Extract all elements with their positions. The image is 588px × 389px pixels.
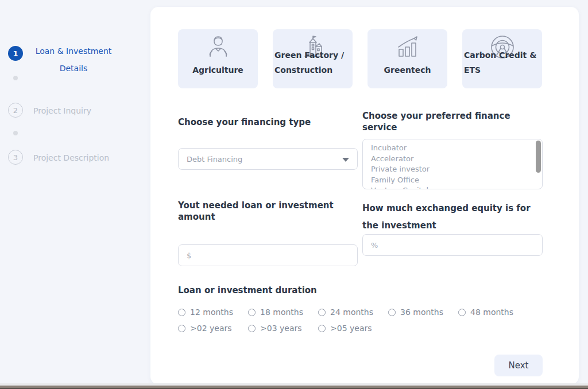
radio-circle-icon [388,309,396,316]
next-button[interactable]: Next [494,355,543,376]
step-number-badge: 3 [8,150,23,165]
financing-type-select[interactable]: Debt Financing [178,148,358,170]
radio-24-months[interactable]: 24 months [318,307,388,317]
finance-service-label: Choose your preferred finance service [362,110,543,133]
form-actions: Next [178,355,543,376]
category-card-label: Green Factory / Construction [274,48,351,77]
radio-circle-icon [178,325,185,332]
step-number-badge: 1 [8,46,23,61]
radio-over-03-years[interactable]: >03 years [248,323,318,333]
financing-type-field: Choose your financing type Debt Financin… [178,110,358,189]
farmer-icon [178,33,258,61]
list-option-family-office[interactable]: Family Office [363,175,542,186]
category-cards: Agriculture [178,29,543,88]
financing-type-value: Debt Financing [187,155,242,164]
wizard-stepper: 1 Loan & Investment Details 2 Project In… [8,42,144,166]
radio-circle-icon [318,309,326,316]
radio-over-02-years[interactable]: >02 years [178,323,248,333]
category-card-greentech[interactable]: Greentech [368,29,447,88]
duration-options: 12 months 18 months 24 months 36 mo [178,307,543,333]
category-card-green-factory[interactable]: Green Factory / Construction [273,29,353,88]
loan-amount-input[interactable] [178,244,358,266]
loan-amount-label: Yout needed loan or investment amount [178,200,358,223]
category-card-label: Greentech [384,63,431,77]
stepper-dot [13,76,18,80]
radio-36-months[interactable]: 36 months [388,307,458,317]
category-card-agriculture[interactable]: Agriculture [178,29,258,88]
radio-circle-icon [458,309,466,316]
category-card-carbon-credit[interactable]: Carbon Credit & ETS [462,29,542,88]
duration-label: Loan or investment duration [178,285,543,296]
listbox-scrollbar-thumb[interactable] [536,141,541,173]
radio-over-05-years[interactable]: >05 years [318,323,388,333]
radio-18-months[interactable]: 18 months [248,307,318,317]
form-panel: Agriculture [150,7,579,384]
list-option-incubator[interactable]: Incubator [363,143,542,154]
radio-circle-icon [248,309,256,316]
radio-circle-icon [248,325,256,332]
stepper-step-project-description[interactable]: 3 Project Description [8,150,144,166]
step-label: Project Inquiry [33,102,91,119]
financing-type-label: Choose your financing type [178,116,358,128]
step-label: Project Description [33,149,109,166]
radio-48-months[interactable]: 48 months [458,307,528,317]
stepper-step-project-inquiry[interactable]: 2 Project Inquiry [8,103,144,119]
loan-amount-field: Yout needed loan or investment amount [178,200,358,266]
step-number-badge: 2 [8,103,23,118]
equity-input[interactable] [362,234,543,256]
stepper-step-loan-details[interactable]: 1 Loan & Investment Details [8,42,144,77]
finance-service-listbox[interactable]: Incubator Accelerator Private investor F… [362,139,543,189]
category-card-label: Agriculture [192,63,243,77]
equity-field: How much exchanged equity is for the inv… [362,200,543,266]
list-option-private-investor[interactable]: Private investor [363,164,542,175]
radio-circle-icon [318,325,326,332]
equity-label: How much exchanged equity is for the inv… [362,200,543,234]
form-grid: Choose your financing type Debt Financin… [178,110,543,266]
radio-circle-icon [178,309,185,316]
step-label: Loan & Investment Details [33,42,114,77]
duration-section: Loan or investment duration 12 months 18… [178,285,543,333]
stepper-dot [13,131,18,135]
list-option-accelerator[interactable]: Accelerator [363,154,542,165]
finance-service-field: Choose your preferred finance service In… [362,110,543,189]
category-card-label: Carbon Credit & ETS [464,48,540,77]
chevron-down-icon [342,158,349,162]
list-option-venture-capital[interactable]: Venture Capital [363,185,542,189]
growth-chart-icon [368,33,447,61]
radio-12-months[interactable]: 12 months [178,307,248,317]
